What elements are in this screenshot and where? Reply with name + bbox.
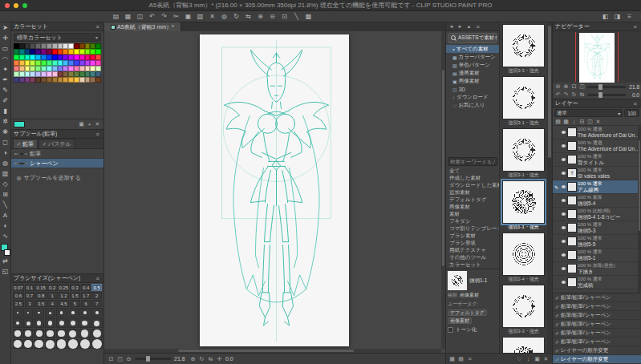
material-tag-item[interactable]: その他のツール <box>446 254 499 261</box>
color-swatch[interactable] <box>85 66 91 71</box>
fit-to-window-icon[interactable]: ⊡ <box>570 83 578 91</box>
color-swatch[interactable] <box>95 66 101 71</box>
zoom-in-icon[interactable]: ⊕ <box>255 12 266 22</box>
eraser-tool-icon[interactable]: ◻ <box>1 137 10 148</box>
auto-select-tool-icon[interactable]: ✦ <box>1 64 10 75</box>
color-swatch[interactable] <box>68 71 74 77</box>
eyedropper-tool-icon[interactable]: ✒ <box>1 75 10 85</box>
color-swatch[interactable] <box>68 60 74 66</box>
color-swatch[interactable] <box>52 71 58 77</box>
brush-size-cell[interactable]: 0.7 <box>25 292 35 299</box>
color-swatch[interactable] <box>90 55 95 60</box>
zoom-slider[interactable] <box>135 358 172 360</box>
color-swatch[interactable] <box>14 55 19 60</box>
layer-row[interactable]: ✎ 100 % 通常 アム線画 <box>553 180 641 194</box>
color-swatch[interactable] <box>58 49 63 55</box>
history-entry[interactable]: ✐ レイヤーの順序変更 <box>553 346 641 355</box>
color-swatch[interactable] <box>47 49 52 55</box>
color-swatch[interactable] <box>14 77 19 83</box>
brush-size-dot-cell[interactable] <box>13 339 22 349</box>
brush-size-cell[interactable]: 2 <box>91 292 102 299</box>
color-swatch[interactable] <box>35 49 41 55</box>
material-tag-item[interactable]: フキダシ <box>446 218 499 225</box>
brush-size-cell[interactable]: 0.3 <box>70 284 80 291</box>
color-swatch[interactable] <box>95 60 101 66</box>
layer-row[interactable]: ✎ 100 % 通過 The Adventure of Dai Unoffici… <box>553 126 641 140</box>
color-swatch[interactable] <box>47 55 52 60</box>
color-swatch[interactable] <box>90 49 95 55</box>
material-tree-item[interactable]: ▤ 漫画素材 <box>446 69 499 77</box>
color-swatch[interactable] <box>19 66 25 71</box>
material-thumbnail[interactable]: 強弱1-1・強光 <box>502 180 545 230</box>
zoom-in-icon[interactable]: ⊕ <box>189 355 197 362</box>
flip-view-icon[interactable]: ⇆ <box>207 355 214 362</box>
brush-size-cell[interactable]: 1.2 <box>59 292 70 299</box>
brush-size-cell[interactable]: 0.5 <box>91 284 102 291</box>
horizontal-scrollbar[interactable] <box>104 349 441 353</box>
brush-size-dot-cell[interactable] <box>91 339 103 349</box>
color-swatch[interactable] <box>52 77 58 83</box>
material-tag-item[interactable]: 素材 <box>446 211 499 218</box>
color-swatch[interactable] <box>52 55 58 60</box>
color-swatch[interactable] <box>30 77 35 83</box>
layer-row[interactable]: ✎ 100 % 加算(発光) 下描き <box>553 262 641 276</box>
color-swatch[interactable] <box>14 60 19 66</box>
color-swatch[interactable] <box>85 55 91 60</box>
color-swatch[interactable] <box>68 55 74 60</box>
blend-mode-select[interactable]: 通常 ▾ <box>554 109 623 117</box>
layer-visibility-icon[interactable] <box>560 158 566 161</box>
pencil-tool-icon[interactable]: ✐ <box>1 95 10 106</box>
brush-size-dot-cell[interactable] <box>67 339 79 349</box>
color-swatch[interactable] <box>14 71 19 77</box>
brush-size-dot-cell[interactable] <box>13 318 22 328</box>
color-swatch[interactable] <box>35 55 41 60</box>
zoom-out-icon[interactable]: ⊖ <box>554 83 562 91</box>
material-tag-item[interactable]: 全て <box>446 168 499 175</box>
layer-visibility-icon[interactable] <box>560 240 566 243</box>
back-icon[interactable]: ◂ <box>448 23 455 30</box>
history-entry[interactable]: ✐ 鉛筆/鉛筆/シャーペン <box>553 311 641 320</box>
scroll-center-icon[interactable]: ✛ <box>216 355 223 362</box>
tone-checkbox[interactable] <box>448 327 453 333</box>
brush-size-dot-cell[interactable] <box>34 339 44 349</box>
color-swatch[interactable] <box>85 60 91 66</box>
layer-row[interactable]: ✎ 100 % 通常 強弱5-5 <box>553 235 641 249</box>
color-swatch[interactable] <box>63 77 68 83</box>
collapse-palette-icon[interactable]: ◱ <box>1 266 10 277</box>
brush-size-dot-cell[interactable] <box>23 318 33 328</box>
text-tool-icon[interactable]: A <box>1 210 10 220</box>
color-swatch[interactable] <box>85 49 91 55</box>
undo-icon[interactable]: ↶ <box>147 12 157 22</box>
reset-rotation-icon[interactable]: ↻ <box>198 355 205 362</box>
brush-size-cell[interactable]: 5 <box>70 300 80 307</box>
color-swatch[interactable] <box>58 55 63 60</box>
brush-size-cell[interactable]: 7 <box>91 300 102 307</box>
color-swatch[interactable] <box>25 49 30 55</box>
material-thumbnail[interactable]: 強弱3-1・強光 <box>502 128 545 178</box>
selection-tool-icon[interactable]: ▭ <box>1 43 10 54</box>
history-entry[interactable]: ✐ 鉛筆/鉛筆/シャーペン <box>553 329 641 338</box>
parent-folder-icon[interactable]: ▴ <box>465 23 473 30</box>
color-swatch[interactable] <box>79 60 85 66</box>
color-swatch[interactable] <box>79 49 85 55</box>
materials-scrollbar[interactable] <box>547 22 552 353</box>
layer-row[interactable]: ✎ T 100 % 通常 St vales vales <box>553 167 641 180</box>
layer-row[interactable]: ✎ 100 % 通過 The Adventure of Dai Unoffici… <box>553 140 641 153</box>
brush-size-cell[interactable]: 1.7 <box>81 292 91 299</box>
color-swatch[interactable] <box>63 49 68 55</box>
color-swatch[interactable] <box>74 66 79 71</box>
canvas-page[interactable] <box>200 34 349 346</box>
user-tag-chip[interactable]: 画像素材 <box>448 317 472 324</box>
color-swatch[interactable] <box>47 60 52 66</box>
brush-size-dot-cell[interactable] <box>91 318 103 328</box>
brush-size-dot-cell[interactable] <box>56 308 67 317</box>
brush-size-cell[interactable]: 1 <box>47 292 58 299</box>
color-swatch[interactable] <box>25 43 30 49</box>
subtool-item[interactable]: シャーペン <box>11 159 103 168</box>
color-swatch[interactable] <box>74 77 79 83</box>
snap-ruler-icon[interactable]: ╲ <box>291 12 302 22</box>
zoom-out-icon[interactable]: ⊖ <box>125 355 132 362</box>
color-swatch[interactable] <box>52 49 58 55</box>
material-tree-item[interactable]: ↓ ダウンロード <box>446 93 499 101</box>
paste-to-canvas-icon[interactable]: ▣ <box>533 355 541 362</box>
